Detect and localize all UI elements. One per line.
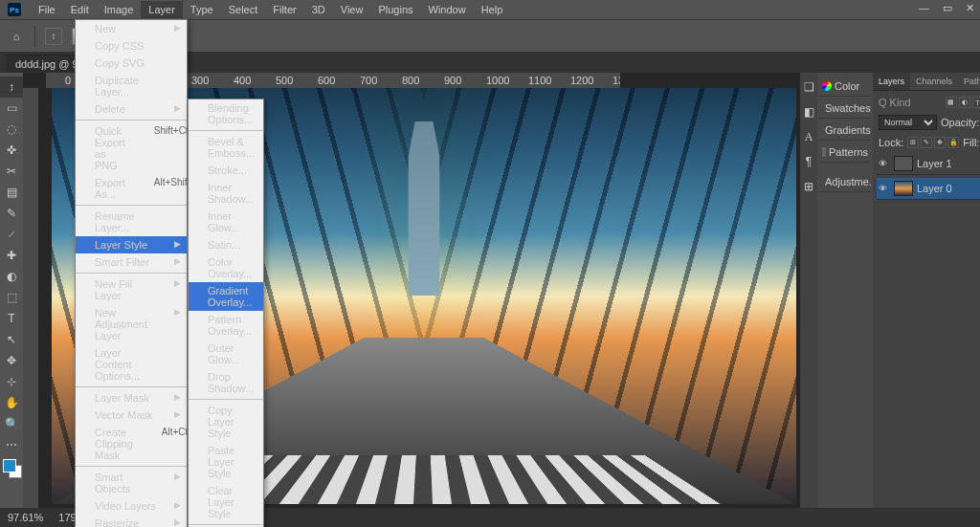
tool-0[interactable]: ↕ xyxy=(0,77,23,98)
layers-panel: Layers Channels Paths Q Kind ▦ ◐ T ▢ ◧ N… xyxy=(873,73,980,508)
menu-item-inner-glow-[interactable]: Inner Glow... xyxy=(189,208,263,236)
adjustments-panel-button[interactable]: Adjustme... xyxy=(819,172,871,192)
left-toolbar: ↕▭◌✜✂▤✎⟋✚◐⬚T↖✥⊹✋🔍⋯ xyxy=(0,73,23,508)
visibility-icon[interactable]: 👁 xyxy=(879,159,890,168)
menu-item-new-adjustment-layer[interactable]: New Adjustment Layer▶ xyxy=(76,304,187,344)
menu-3d[interactable]: 3D xyxy=(304,1,333,18)
ruler-tick: 1000 xyxy=(486,75,509,86)
menu-item-layer-style[interactable]: Layer Style▶ xyxy=(76,236,187,253)
menu-edit[interactable]: Edit xyxy=(63,1,97,18)
menu-item-video-layers[interactable]: Video Layers▶ xyxy=(76,497,187,515)
menu-type[interactable]: Type xyxy=(183,1,221,18)
tool-15[interactable]: ✋ xyxy=(0,392,23,413)
menu-filter[interactable]: Filter xyxy=(265,1,303,18)
menu-item-export-as-[interactable]: Export As...Alt+Shift+Ctrl+' xyxy=(76,174,187,203)
menu-select[interactable]: Select xyxy=(221,1,266,18)
menu-item-gradient-overlay-[interactable]: Gradient Overlay... xyxy=(189,282,263,311)
menu-item-drop-shadow-[interactable]: Drop Shadow... xyxy=(189,368,263,397)
lock-pos-icon[interactable]: ✥ xyxy=(934,137,946,148)
menu-image[interactable]: Image xyxy=(97,1,142,18)
menu-view[interactable]: View xyxy=(333,1,371,18)
tool-8[interactable]: ✚ xyxy=(0,245,23,266)
menu-item-layer-mask[interactable]: Layer Mask▶ xyxy=(76,389,187,406)
tool-7[interactable]: ⟋ xyxy=(0,224,23,245)
close-button[interactable]: ✕ xyxy=(966,2,974,14)
menu-item-pattern-overlay-[interactable]: Pattern Overlay... xyxy=(189,311,263,340)
tool-12[interactable]: ↖ xyxy=(0,329,23,350)
menu-item-bevel-emboss-[interactable]: Bevel & Emboss... xyxy=(189,133,263,162)
minimize-button[interactable]: — xyxy=(919,2,929,14)
menu-item-color-overlay-[interactable]: Color Overlay... xyxy=(189,253,263,282)
lock-label: Lock: xyxy=(879,137,903,148)
ps-logo: Ps xyxy=(8,3,21,16)
menu-item-new-fill-layer[interactable]: New Fill Layer▶ xyxy=(76,275,187,304)
layer-item[interactable]: 👁 Layer 0 xyxy=(877,178,980,200)
character-icon[interactable]: A xyxy=(800,128,817,145)
menu-item-duplicate-layer-[interactable]: Duplicate Layer... xyxy=(76,72,187,100)
paragraph-icon[interactable]: ¶ xyxy=(800,153,817,170)
swatches-panel-button[interactable]: Swatches xyxy=(819,99,871,119)
menu-item-delete[interactable]: Delete▶ xyxy=(76,100,187,118)
filter-pixel-icon[interactable]: ▦ xyxy=(946,97,957,108)
lock-trans-icon[interactable]: ⊞ xyxy=(907,137,919,148)
menu-item-copy-svg[interactable]: Copy SVG xyxy=(76,55,187,72)
tab-channels[interactable]: Channels xyxy=(910,73,958,90)
lock-paint-icon[interactable]: ✎ xyxy=(921,137,932,148)
visibility-icon[interactable]: 👁 xyxy=(879,184,890,193)
menu-item-satin-[interactable]: Satin... xyxy=(189,236,263,253)
color-panel-button[interactable]: Color xyxy=(819,77,871,97)
ruler-tick: 1300 xyxy=(612,75,620,86)
home-button[interactable]: ⌂ xyxy=(8,28,25,45)
filter-adj-icon[interactable]: ◐ xyxy=(959,97,970,108)
tool-5[interactable]: ▤ xyxy=(0,182,23,203)
tool-preset[interactable]: ↕ xyxy=(45,28,62,45)
tab-layers[interactable]: Layers xyxy=(873,73,910,90)
menu-help[interactable]: Help xyxy=(474,1,511,18)
learn-icon[interactable]: ❏ xyxy=(800,78,817,96)
tool-13[interactable]: ✥ xyxy=(0,350,23,371)
tool-3[interactable]: ✜ xyxy=(0,140,23,161)
tool-14[interactable]: ⊹ xyxy=(0,371,23,392)
tool-10[interactable]: ⬚ xyxy=(0,287,23,308)
ruler-tick: 0 xyxy=(65,75,71,86)
color-swatch[interactable] xyxy=(3,459,20,476)
tool-16[interactable]: 🔍 xyxy=(0,413,23,434)
menu-file[interactable]: File xyxy=(31,1,63,18)
menu-item-clear-layer-style: Clear Layer Style xyxy=(189,482,263,522)
tool-2[interactable]: ◌ xyxy=(0,119,23,140)
menu-plugins[interactable]: Plugins xyxy=(370,1,420,18)
patterns-panel-button[interactable]: Patterns xyxy=(819,143,871,163)
gradients-panel-button[interactable]: Gradients xyxy=(819,121,871,141)
menu-item-blending-options-[interactable]: Blending Options... xyxy=(189,99,263,128)
tool-6[interactable]: ✎ xyxy=(0,203,23,224)
menu-layer[interactable]: Layer xyxy=(141,1,183,18)
menu-item-outer-glow-[interactable]: Outer Glow... xyxy=(189,340,263,368)
menu-item-smart-filter[interactable]: Smart Filter▶ xyxy=(76,253,187,271)
filter-type-icon[interactable]: T xyxy=(972,97,980,108)
menu-item-quick-export-as-png[interactable]: Quick Export as PNGShift+Ctrl+' xyxy=(76,122,187,174)
tool-17[interactable]: ⋯ xyxy=(0,434,23,455)
tool-1[interactable]: ▭ xyxy=(0,98,23,119)
menu-item-vector-mask[interactable]: Vector Mask▶ xyxy=(76,406,187,424)
menu-item-stroke-[interactable]: Stroke... xyxy=(189,162,263,179)
menu-item-smart-objects[interactable]: Smart Objects▶ xyxy=(76,469,187,497)
tab-paths[interactable]: Paths xyxy=(958,73,980,90)
blend-mode-select[interactable]: Normal xyxy=(879,115,937,130)
menu-item-copy-layer-style: Copy Layer Style xyxy=(189,402,263,442)
menu-item-new[interactable]: New▶ xyxy=(76,20,187,37)
menu-item-rename-layer-[interactable]: Rename Layer... xyxy=(76,208,187,236)
lock-all-icon[interactable]: 🔒 xyxy=(947,137,959,148)
zoom-level[interactable]: 97.61% xyxy=(8,512,43,523)
menu-item-inner-shadow-[interactable]: Inner Shadow... xyxy=(189,179,263,208)
libraries-icon[interactable]: ◧ xyxy=(800,103,817,121)
properties-icon[interactable]: ⊞ xyxy=(800,178,817,195)
layer-menu: New▶Copy CSSCopy SVGDuplicate Layer...De… xyxy=(75,19,188,527)
menu-item-copy-css[interactable]: Copy CSS xyxy=(76,37,187,55)
tool-11[interactable]: T xyxy=(0,308,23,329)
layer-item[interactable]: 👁 Layer 1 xyxy=(877,153,980,175)
maximize-button[interactable]: ▭ xyxy=(943,2,952,14)
tool-4[interactable]: ✂ xyxy=(0,161,23,182)
menu-window[interactable]: Window xyxy=(421,1,474,18)
layer-name: Layer 1 xyxy=(917,158,952,169)
tool-9[interactable]: ◐ xyxy=(0,266,23,287)
